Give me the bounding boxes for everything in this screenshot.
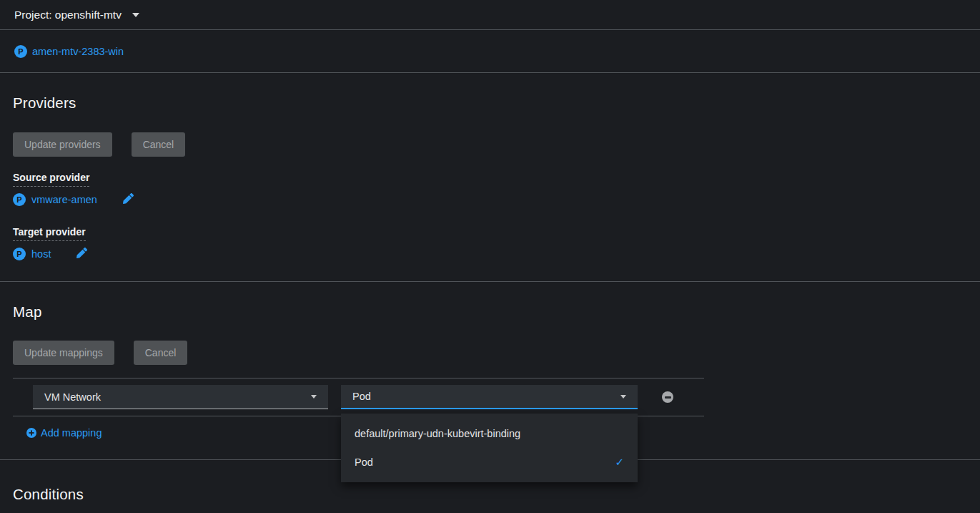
target-provider-link[interactable]: host (31, 248, 51, 260)
provider-badge-icon: P (13, 248, 26, 260)
pencil-icon (76, 248, 87, 260)
conditions-title: Conditions (13, 486, 967, 503)
check-icon: ✓ (615, 456, 624, 469)
target-network-select[interactable]: Pod (341, 385, 638, 409)
providers-cancel-button[interactable]: Cancel (132, 132, 186, 157)
edit-target-provider-button[interactable] (76, 248, 87, 260)
map-section: Map Update mappings Cancel VM Network Po… (0, 282, 980, 460)
map-actions: Update mappings Cancel (13, 341, 967, 365)
plan-link[interactable]: amen-mtv-2383-win (32, 46, 124, 57)
remove-mapping-button[interactable] (662, 391, 673, 403)
caret-down-icon (132, 13, 139, 17)
providers-actions: Update providers Cancel (13, 132, 967, 157)
update-providers-button[interactable]: Update providers (13, 132, 112, 157)
source-network-select[interactable]: VM Network (33, 385, 328, 409)
dropdown-option-label: default/primary-udn-kubevirt-binding (355, 428, 520, 439)
edit-source-provider-button[interactable] (123, 193, 134, 206)
add-mapping-link[interactable]: Add mapping (41, 427, 102, 439)
target-provider-label: Target provider (13, 226, 86, 241)
dropdown-option-label: Pod (355, 456, 373, 468)
project-selector-label: Project: openshift-mtv (14, 9, 122, 21)
mapping-row: VM Network Pod (13, 378, 704, 416)
mappings-cancel-button[interactable]: Cancel (134, 341, 188, 365)
update-mappings-button[interactable]: Update mappings (13, 341, 114, 365)
source-provider-label: Source provider (13, 172, 89, 187)
pencil-icon (123, 193, 134, 206)
plan-row: P amen-mtv-2383-win (0, 30, 980, 73)
plus-circle-icon (26, 428, 36, 438)
providers-title: Providers (13, 94, 967, 112)
target-network-dropdown-menu: default/primary-udn-kubevirt-binding Pod… (341, 414, 638, 482)
project-selector[interactable]: Project: openshift-mtv (14, 9, 139, 21)
dropdown-option-pod[interactable]: Pod ✓ (341, 448, 638, 477)
dropdown-option-default-primary-udn[interactable]: default/primary-udn-kubevirt-binding (341, 419, 638, 448)
minus-circle-icon (662, 391, 673, 403)
target-provider-item: P host (13, 247, 967, 261)
caret-down-icon (311, 395, 317, 399)
source-provider-item: P vmware-amen (13, 192, 967, 207)
caret-down-icon (620, 395, 626, 399)
project-bar: Project: openshift-mtv (0, 0, 980, 30)
source-network-select-value: VM Network (44, 391, 101, 403)
provider-badge-icon: P (13, 193, 26, 206)
map-title: Map (13, 303, 967, 321)
provider-badge-icon: P (14, 45, 27, 58)
providers-section: Providers Update providers Cancel Source… (0, 73, 980, 282)
source-provider-link[interactable]: vmware-amen (31, 194, 97, 205)
target-network-select-value: Pod (352, 391, 371, 402)
